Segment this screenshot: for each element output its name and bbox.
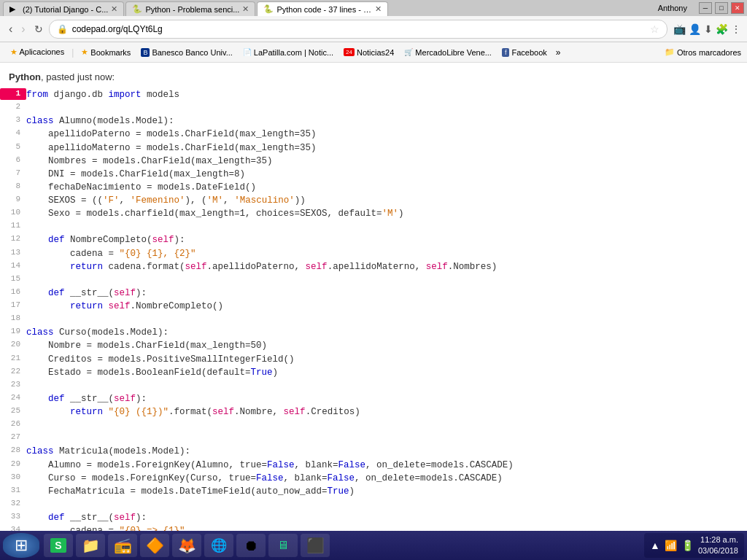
bookmark-banesco[interactable]: B Banesco Banco Univ... xyxy=(136,47,236,58)
tab-close-icon[interactable]: ✕ xyxy=(375,4,382,14)
windows-icon: ⊞ xyxy=(15,536,28,555)
tab-tab2[interactable]: 🐍 Python - Problema senci... ✕ xyxy=(125,1,255,16)
nav-bar: ‹ › ↻ 🔒 ☆ 📺 👤 ⬇ 🧩 ⋮ xyxy=(0,16,747,42)
extensions-icon[interactable]: 🧩 xyxy=(716,23,728,35)
tab-tab1[interactable]: ▶ (2) Tutorial Django - C... ✕ xyxy=(3,1,124,16)
taskbar-firefox[interactable]: 🦊 xyxy=(172,534,201,557)
taskbar-stackshare[interactable]: S xyxy=(44,534,73,557)
code-line-content xyxy=(26,379,747,392)
page-header: Python, pasted just now: xyxy=(0,69,747,88)
star-icon[interactable]: ☆ xyxy=(650,23,659,35)
tab-group: ▶ (2) Tutorial Django - C... ✕ 🐍 Python … xyxy=(3,0,658,16)
line-number: 1 xyxy=(0,88,26,100)
reload-button[interactable]: ↻ xyxy=(31,22,46,36)
tab-title: Python code - 37 lines - c... xyxy=(276,5,372,14)
line-number: 14 xyxy=(0,260,26,272)
table-row: 28class Matricula(models.Model): xyxy=(0,445,747,458)
code-line-content xyxy=(26,432,747,445)
bookmark-noticias24[interactable]: 24 Noticias24 xyxy=(339,47,398,58)
tray-battery[interactable]: 🔋 xyxy=(681,540,694,551)
bookmark-mercadolibre[interactable]: 🛒 MercadoLibre Vene... xyxy=(400,47,496,58)
tray-network[interactable]: 📶 xyxy=(665,540,677,551)
line-number: 10 xyxy=(0,207,26,219)
taskbar-terminal[interactable]: ⬛ xyxy=(301,534,330,557)
media-icon: 📻 xyxy=(114,537,132,554)
back-button[interactable]: ‹ xyxy=(6,21,15,37)
taskbar-media2[interactable]: ⏺ xyxy=(236,534,266,557)
code-line-content: class Alumno(models.Model): xyxy=(26,114,747,128)
code-line-content xyxy=(26,101,747,114)
taskbar-chrome[interactable]: 🌐 xyxy=(204,534,233,557)
language-label: Python xyxy=(9,71,41,82)
cast-icon[interactable]: 📺 xyxy=(673,23,686,35)
line-number: 24 xyxy=(0,392,26,404)
bookmark-bookmarks[interactable]: ★ Bookmarks xyxy=(77,46,135,58)
table-row: 16 def __str__(self): xyxy=(0,287,747,300)
table-row: 8 fechaDeNacimiento = models.DateField() xyxy=(0,181,747,194)
tab-favicon: ▶ xyxy=(9,4,20,15)
download-icon[interactable]: ⬇ xyxy=(704,23,713,35)
start-button[interactable]: ⊞ xyxy=(3,533,39,558)
title-bar: ▶ (2) Tutorial Django - C... ✕ 🐍 Python … xyxy=(0,0,747,16)
tab-title: Python - Problema senci... xyxy=(145,5,239,14)
table-row: 15 xyxy=(0,273,747,287)
code-line-content: Nombre = models.CharField(max_length=50) xyxy=(26,339,747,352)
code-line-content: cadena = "{0} => {1}" xyxy=(26,524,747,531)
taskbar-vlc[interactable]: 🔶 xyxy=(140,534,169,557)
table-row: 7 DNI = models.CharField(max_length=8) xyxy=(0,168,747,181)
code-line-content: Curso = models.ForeignKey(Curso, true=Fa… xyxy=(26,472,747,485)
table-row: 26 xyxy=(0,419,747,432)
code-line-content: apellidoMaterno = models.CharField(max_l… xyxy=(26,141,747,155)
address-input[interactable] xyxy=(72,24,646,34)
user-icon[interactable]: 👤 xyxy=(689,23,701,35)
line-number: 27 xyxy=(0,432,26,443)
taskbar-explorer[interactable]: 📁 xyxy=(76,534,105,557)
stackshare-icon: S xyxy=(50,538,66,553)
nav-icons: 📺 👤 ⬇ 🧩 ⋮ xyxy=(673,23,741,35)
explorer-icon: 📁 xyxy=(82,537,100,554)
code-line-content: return "{0} ({1})".format(self.Nombre, s… xyxy=(26,405,747,419)
table-row: 27 xyxy=(0,432,747,445)
bookmarks-apps[interactable]: ★ Aplicaciones xyxy=(6,46,69,58)
minimize-button[interactable]: ─ xyxy=(699,2,712,14)
maximize-button[interactable]: □ xyxy=(715,2,728,14)
bookmark-lapatilla[interactable]: 📄 LaPatilla.com | Notic... xyxy=(239,47,338,58)
taskbar-pycharm[interactable]: 🖥 xyxy=(268,534,298,557)
code-line-content: def __str__(self): xyxy=(26,287,747,300)
tab-favicon: 🐍 xyxy=(132,4,142,15)
content-area: Python, pasted just now: 1from django.db… xyxy=(0,63,747,531)
table-row: 34 cadena = "{0} => {1}" xyxy=(0,524,747,531)
line-number: 26 xyxy=(0,419,26,430)
bookmarks-more[interactable]: » xyxy=(556,47,561,58)
line-number: 2 xyxy=(0,101,26,113)
table-row: 18 xyxy=(0,313,747,326)
taskbar-media[interactable]: 📻 xyxy=(108,534,137,557)
tab-tab3[interactable]: 🐍 Python code - 37 lines - c... ✕ xyxy=(257,1,388,16)
firefox-icon: 🦊 xyxy=(178,537,196,554)
lock-icon: 🔒 xyxy=(57,24,68,34)
line-number: 4 xyxy=(0,128,26,139)
line-number: 17 xyxy=(0,300,26,311)
user-name: Anthony xyxy=(658,4,687,12)
pycharm-icon: 🖥 xyxy=(277,539,289,552)
tab-close-icon[interactable]: ✕ xyxy=(111,4,117,14)
close-button[interactable]: ✕ xyxy=(731,2,744,14)
table-row: 21 Creditos = models.PositiveSmallIntege… xyxy=(0,353,747,366)
code-line-content: Nombres = models.CharField(max_length=35… xyxy=(26,155,747,168)
bookmark-facebook[interactable]: f Facebook xyxy=(498,47,551,58)
bookmark-otros[interactable]: 📁 Otros marcadores xyxy=(665,47,741,57)
menu-icon[interactable]: ⋮ xyxy=(731,23,741,35)
code-line-content xyxy=(26,419,747,432)
table-row: 2 xyxy=(0,101,747,114)
table-row: 31 FechaMatricula = models.DateTimeField… xyxy=(0,485,747,498)
line-number: 20 xyxy=(0,339,26,351)
code-line-content: return cadena.format(self.apellidoPatern… xyxy=(26,260,747,273)
window-controls: ─ □ ✕ xyxy=(699,2,744,14)
code-line-content: def NombreCompleto(self): xyxy=(26,233,747,246)
code-line-content: def __str__(self): xyxy=(26,392,747,405)
tab-close-icon[interactable]: ✕ xyxy=(242,4,249,14)
line-number: 23 xyxy=(0,379,26,391)
tray-chevron[interactable]: ▲ xyxy=(650,540,660,551)
forward-button[interactable]: › xyxy=(18,21,28,37)
table-row: 23 xyxy=(0,379,747,392)
